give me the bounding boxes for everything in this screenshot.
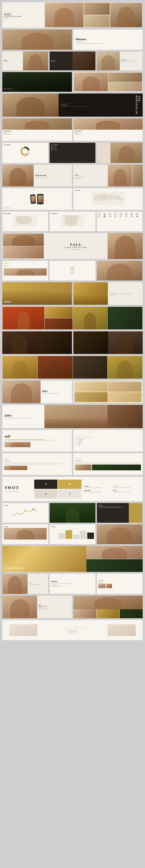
slide-target[interactable]: Our Target 60% (2, 143, 48, 163)
slide-fallen-landscape-full[interactable]: fallen. Lorem ipsum dolor sit amet conse… (2, 405, 143, 428)
slide-profile-1[interactable]: POLLAXANA Designer (2, 118, 72, 141)
phone-label: phone mockup (4, 207, 11, 208)
slide-dark-autumn-2[interactable] (73, 332, 143, 354)
made-brazil-title-1: made in (35, 173, 70, 174)
slide-mission-photo[interactable]: how to join Lorem ipsum dolor sit amet c… (97, 52, 143, 70)
slide-our-edge[interactable]: our edge (97, 503, 143, 523)
slide-toc-2[interactable]: table of contents (2, 453, 72, 475)
slide-fall-feature-large[interactable]: FALL COLLECTION (2, 233, 143, 259)
fallen-portrait-text: fallen. (42, 390, 70, 393)
fall-collection-feature-text: Collection (5, 566, 24, 569)
svg-point-11 (117, 197, 117, 197)
fallen-gold-text: fallen. (4, 300, 11, 303)
slide-fall-collection-feature[interactable]: fall Collection (2, 546, 143, 572)
slide-row-25: Mission Lorem ipsum dolor sit amet. Miss… (2, 574, 143, 594)
svg-point-15 (71, 221, 72, 221)
bottom-collection-label: COLLECTION (39, 606, 70, 607)
svg-point-6 (107, 194, 114, 200)
swot-w: W (68, 483, 71, 486)
slide-portfolio[interactable]: THE PORTFOLIO Lorem ipsum dolor Lorem ip… (2, 93, 143, 117)
slide-gold-field-1[interactable]: fallen. (2, 282, 72, 305)
page-wrapper: BRAND FALL COLLECTION (0, 0, 145, 643)
cover-collection-text: COLLECTION (4, 16, 43, 18)
slide-made-brazil-2[interactable]: made brazil. Lorem ipsum dolor sit amet. (73, 165, 143, 186)
bar-chart-label: our chat (51, 526, 94, 527)
slide-services[interactable]: our services Service One Service Two Ser… (50, 143, 95, 163)
slide-made-brazil-sm2[interactable]: made in brazil. Lorem ipsumdolor sit ame… (50, 261, 95, 280)
slide-bottom-photo-2[interactable] (73, 596, 143, 618)
slide-america-map[interactable]: america maps (2, 212, 48, 231)
slide-final-bottom[interactable]: fallen. collection made in brazil www.fa… (2, 620, 143, 640)
slide-four-photo-grid[interactable] (2, 356, 143, 379)
swot-s: S (45, 483, 47, 486)
slide-photo-left[interactable]: fallen.collection (2, 30, 72, 50)
slide-row-19: mill table of contents 01. Introduction … (2, 430, 143, 452)
slide-bottom-photo-1[interactable]: FALL COLLECTION Lorem ipsum dolor sit am… (2, 596, 72, 618)
how-join-text: how to join (121, 59, 142, 61)
mill-text: mill (5, 434, 70, 439)
slide-row-22: our chat our edge (2, 503, 143, 523)
slide-row-1: BRAND FALL COLLECTION (2, 2, 143, 28)
slide-phone-mockup[interactable]: phone mockup (2, 188, 72, 210)
slide-swot[interactable]: SWOT Lorem ipsum dolor sit amet consecte… (2, 477, 143, 501)
slide-autumn-collage-1[interactable] (2, 307, 143, 330)
slide-bar-chart[interactable]: our chat (50, 524, 95, 544)
slide-photo-small-end[interactable] (97, 524, 143, 544)
slide-row-10: america maps nevada maps ☁ ★ ♦ ● ▲ (2, 212, 143, 231)
svg-point-10 (110, 197, 111, 198)
slide-photo-forest[interactable] (50, 503, 95, 523)
slide-fallen-portrait[interactable]: fallen. collection (2, 52, 48, 70)
slide-text-mission[interactable]: — Mission Lorem ipsum dolor sit amet con… (73, 30, 143, 50)
slide-mill-text[interactable]: mill (2, 430, 72, 452)
slide-final-portrait[interactable]: Mission Lorem ipsum dolor sit amet. (2, 574, 48, 594)
slide-toc-3[interactable]: table of contents (73, 453, 143, 475)
world-maps-label: world maps (75, 190, 142, 191)
slide-photo-group[interactable]: fallen. (97, 143, 143, 163)
slide-row-5: THE PORTFOLIO Lorem ipsum dolor Lorem ip… (2, 93, 143, 117)
slide-profile-2[interactable]: RAGAMANA Designer (73, 118, 143, 141)
slide-row-14 (2, 307, 143, 330)
slide-icon-grid-sm[interactable]: ☁ ★ ♦ ● ▲ ✿ ◆ ⬡ □ ☀ ✦ ⬡ ○ △ ♠ ✱ (97, 212, 143, 231)
fallen-landscape-text: fallen. (5, 414, 42, 417)
slide-row-8: made in made in brazil Lorem ipsum dolor… (2, 165, 143, 186)
final-brand: fallen. collection (60, 627, 86, 628)
our-target-label: Our Target (4, 144, 47, 146)
slide-cover-main[interactable]: BRAND FALL COLLECTION (2, 2, 143, 28)
lifestill-label: Lifestill (98, 580, 141, 581)
slide-nevada-map[interactable]: nevada maps (50, 212, 95, 231)
mission-title: Mission (76, 37, 141, 41)
slide-table-contents[interactable]: table of contents 01. Introduction 02. O… (73, 430, 143, 452)
svg-rect-16 (11, 506, 39, 519)
slide-flowers-collage[interactable] (73, 381, 143, 403)
slide-row-15 (2, 332, 143, 354)
slide-row-12: fallen. collectionlorem ipsum made in br… (2, 261, 143, 280)
slide-dark-forest[interactable]: fallen. collection Lorem ipsum dolor sit… (2, 72, 72, 92)
slide-made-in-brazil-sm[interactable]: made to brazil (50, 52, 95, 70)
slide-final-text[interactable]: Mission Lorem ipsum dolor sit amet conse… (50, 574, 95, 594)
fallen-italic-1: fallen. (4, 262, 47, 264)
slide-row-23: our team our chat (2, 524, 143, 544)
slide-world-map[interactable]: world maps (73, 188, 143, 210)
svg-point-18 (33, 508, 34, 510)
slide-row-16 (2, 356, 143, 379)
slide-fallen-portrait-white[interactable]: fallen. Lorem ipsum dolor sit amet conse… (2, 381, 72, 403)
slide-row-17: fallen. Lorem ipsum dolor sit amet conse… (2, 381, 143, 403)
slide-gold-field-2[interactable]: fallen. Lorem ipsum dolor sit amet conse… (73, 282, 143, 305)
slide-dark-autumn-1[interactable] (2, 332, 72, 354)
slide-made-brazil-1[interactable]: made in made in brazil Lorem ipsum dolor… (2, 165, 72, 186)
slide-row-4: fallen. collection Lorem ipsum dolor sit… (2, 72, 143, 92)
our-services-label: our services (51, 144, 94, 146)
svg-point-13 (24, 220, 25, 221)
portfolio-title: THE PORTFOLIO (135, 95, 140, 115)
slide-row-9: phone mockup world maps (2, 188, 143, 210)
slide-our-team[interactable]: our team (2, 524, 48, 544)
nevada-maps-label: nevada maps (51, 213, 94, 214)
america-maps-label: america maps (3, 213, 47, 214)
our-team-label: our team (4, 526, 47, 527)
slide-photo-grid-sm[interactable] (73, 72, 143, 92)
slide-fallen-small-1[interactable]: fallen. collectionlorem ipsum (2, 261, 48, 280)
slide-our-chat-1[interactable]: our chat (2, 503, 48, 523)
slide-photo-sm-3[interactable] (97, 261, 143, 280)
slide-lifestill[interactable]: Lifestill fall collection (97, 574, 143, 594)
slide-row-21: SWOT Lorem ipsum dolor sit amet consecte… (2, 477, 143, 501)
